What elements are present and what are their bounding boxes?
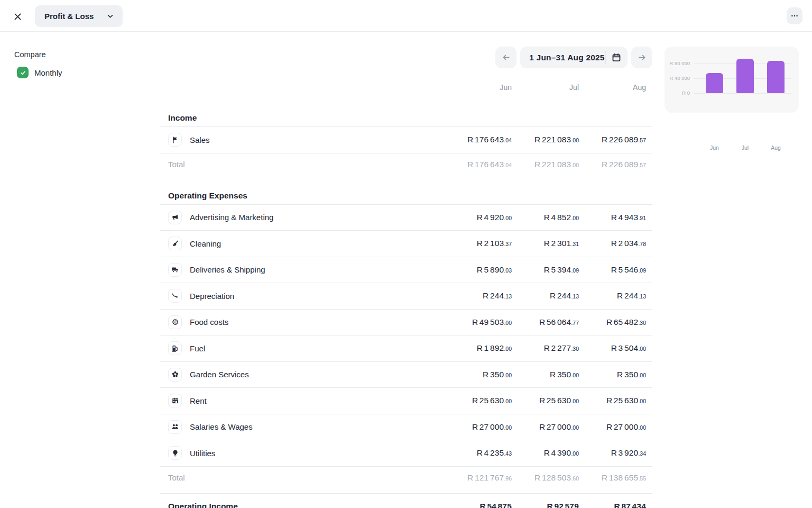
account-row[interactable]: Garden ServicesR 350.00R 350.00R 350.00 (160, 362, 652, 388)
close-button[interactable] (11, 10, 24, 23)
chart-ytick-label: R 80 000 (665, 60, 690, 66)
chart-bar-jul (736, 59, 754, 93)
account-label: Food costs (190, 318, 445, 326)
chart-gridline (694, 93, 791, 94)
summary-bar-chart: R 0R 40 000R 80 000JunJulAug (665, 47, 799, 113)
ellipsis-icon (790, 12, 799, 20)
account-value: R 2 034.78 (579, 239, 646, 248)
account-value: R 27 000.00 (579, 422, 646, 432)
account-label: Utilities (190, 449, 445, 458)
compare-label: Compare (14, 50, 46, 59)
account-label: Salaries & Wages (190, 422, 445, 431)
account-value: R 27 000.00 (512, 422, 579, 432)
report-table: IncomeSalesR 176 643.04R 221 083.00R 226… (160, 108, 652, 508)
account-row[interactable]: FuelR 1 892.00R 2 277.30R 3 504.00 (160, 335, 652, 362)
arrow-right-icon (638, 53, 647, 62)
account-value: R 4 943.91 (579, 213, 646, 222)
account-value: R 5 394.09 (512, 265, 579, 275)
account-value: R 3 504.00 (579, 343, 646, 353)
section-total-row: TotalR 176 643.04R 221 083.00R 226 089.5… (160, 153, 652, 176)
account-value: R 27 000.00 (445, 422, 512, 432)
date-range-picker[interactable]: 1 Jun–31 Aug 2025 (520, 47, 628, 68)
account-label: Advertising & Marketing (190, 213, 445, 222)
total-value: R 226 089.57 (579, 160, 646, 169)
account-row[interactable]: RentR 25 630.00R 25 630.00R 25 630.00 (160, 388, 652, 414)
total-value: R 138 655.55 (579, 473, 646, 483)
summary-value: R 92 579 (512, 502, 579, 508)
section-heading: Operating Expenses (160, 186, 652, 205)
account-row[interactable]: Deliveries & ShippingR 5 890.03R 5 394.0… (160, 257, 652, 284)
date-range-label: 1 Jun–31 Aug 2025 (529, 53, 605, 62)
megaphone-icon (168, 211, 182, 224)
top-bar: Profit & Loss (0, 0, 812, 32)
account-value: R 25 630.00 (579, 396, 646, 405)
operating-income-row: Operating IncomeR 54 875R 92 579R 87 434 (160, 493, 652, 508)
account-value: R 25 630.00 (445, 396, 512, 405)
account-row[interactable]: UtilitiesR 4 235.43R 4 390.00R 3 920.34 (160, 440, 652, 467)
account-label: Depreciation (190, 292, 445, 301)
account-label: Deliveries & Shipping (190, 265, 445, 274)
account-value: R 4 852.00 (512, 213, 579, 222)
column-header-jul: Jul (512, 83, 579, 92)
next-period-button[interactable] (631, 47, 652, 68)
chart-bar-aug (767, 61, 785, 93)
compare-monthly-toggle[interactable]: Monthly (17, 67, 62, 78)
account-value: R 3 920.34 (579, 448, 646, 458)
previous-period-button[interactable] (495, 47, 516, 68)
account-row[interactable]: Salaries & WagesR 27 000.00R 27 000.00R … (160, 414, 652, 441)
account-row[interactable]: Food costsR 49 503.00R 56 064.77R 65 482… (160, 310, 652, 336)
account-row[interactable]: SalesR 176 643.04R 221 083.00R 226 089.5… (160, 127, 652, 153)
account-value: R 244.13 (512, 291, 579, 301)
more-options-button[interactable] (787, 7, 802, 24)
column-header-jun: Jun (445, 83, 512, 92)
summary-value: R 54 875 (445, 502, 512, 508)
account-row[interactable]: DepreciationR 244.13R 244.13R 244.13 (160, 283, 652, 310)
account-value: R 56 064.77 (512, 318, 579, 327)
total-label: Total (168, 473, 445, 482)
account-value: R 5 546.09 (579, 265, 646, 275)
compare-option-label: Monthly (34, 68, 62, 77)
total-value: R 121 767.96 (445, 473, 512, 483)
chart-bar-jun (706, 73, 723, 93)
account-value: R 244.13 (445, 291, 512, 301)
section-heading: Income (160, 108, 652, 127)
total-value: R 176 643.04 (445, 160, 512, 169)
chart-xtick-label: Jun (704, 144, 725, 151)
broom-icon (168, 237, 182, 250)
profit-and-loss-screen: Profit & Loss Compare Monthly 1 Jun–31 A… (0, 0, 812, 508)
account-label: Rent (190, 396, 445, 405)
chart-ytick-label: R 0 (665, 90, 690, 96)
account-value: R 176 643.04 (445, 135, 512, 144)
account-value: R 350.00 (445, 370, 512, 379)
truck-icon (168, 263, 182, 277)
calendar-icon (605, 51, 628, 64)
chevron-down-icon (106, 12, 114, 20)
section-total-row: TotalR 121 767.96R 128 503.60R 138 655.5… (160, 467, 652, 489)
account-row[interactable]: CleaningR 2 103.37R 2 301.31R 2 034.78 (160, 231, 652, 257)
account-label: Sales (190, 135, 445, 144)
account-row[interactable]: Advertising & MarketingR 4 920.00R 4 852… (160, 205, 652, 231)
chart-ytick-label: R 40 000 (665, 75, 690, 81)
account-value: R 1 892.00 (445, 343, 512, 353)
flag-icon (168, 133, 182, 147)
storefront-icon (168, 394, 182, 407)
column-headers: Jun Jul Aug (160, 83, 652, 92)
people-icon (168, 420, 182, 434)
trending-down-icon (168, 289, 182, 303)
summary-value: R 87 434 (579, 502, 646, 508)
flower-icon (168, 368, 182, 382)
account-value: R 350.00 (579, 370, 646, 379)
fuel-icon (168, 341, 182, 355)
total-value: R 128 503.60 (512, 473, 579, 483)
account-value: R 221 083.00 (512, 135, 579, 144)
chart-xtick-label: Aug (765, 144, 787, 151)
account-label: Cleaning (190, 239, 445, 248)
chart-xtick-label: Jul (735, 144, 756, 151)
account-value: R 4 390.00 (512, 448, 579, 458)
food-icon (168, 315, 182, 329)
account-label: Garden Services (190, 370, 445, 379)
account-value: R 350.00 (512, 370, 579, 379)
account-value: R 4 920.00 (445, 213, 512, 222)
column-header-aug: Aug (579, 83, 646, 92)
report-type-selector[interactable]: Profit & Loss (35, 5, 123, 27)
